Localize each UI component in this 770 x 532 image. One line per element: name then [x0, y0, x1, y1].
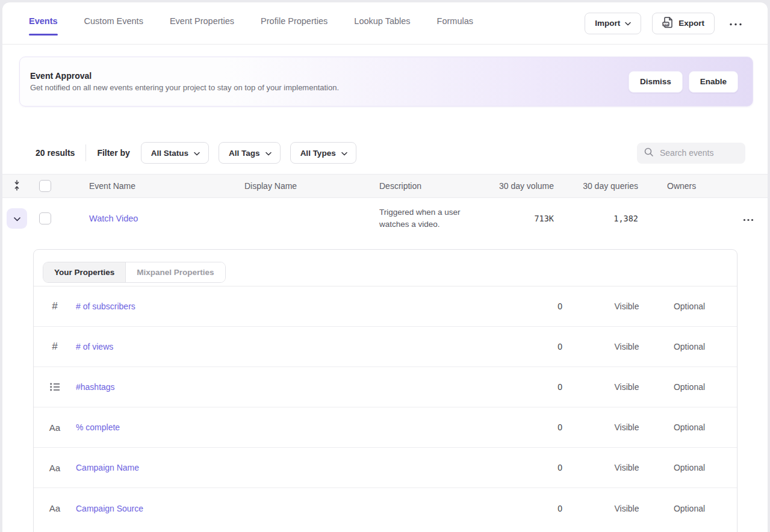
tab-lookup-tables[interactable]: Lookup Tables: [354, 2, 410, 44]
tab-event-properties[interactable]: Event Properties: [170, 2, 234, 44]
col-queries: 30 day queries: [554, 181, 638, 191]
col-owners: Owners: [638, 181, 728, 191]
property-row: #hashtags 0 Visible Optional: [34, 367, 737, 407]
nav-tab-list: Events Custom Events Event Properties Pr…: [29, 2, 473, 44]
search-icon: [644, 147, 654, 159]
chevron-down-icon: [194, 149, 200, 158]
tags-filter-value: All Tags: [229, 149, 260, 158]
property-visibility: Visible: [591, 302, 663, 311]
banner-title: Event Approval: [30, 71, 339, 81]
property-name-link[interactable]: #hashtags: [76, 382, 115, 392]
status-filter-value: All Status: [151, 149, 188, 158]
list-type-icon: [34, 383, 76, 391]
nav-actions: Import csv Export: [585, 13, 746, 34]
more-options-button[interactable]: [725, 15, 746, 31]
event-volume: 713K: [494, 214, 554, 223]
ellipsis-icon: [729, 19, 742, 28]
property-name-link[interactable]: # of views: [76, 342, 113, 351]
status-filter-dropdown[interactable]: All Status: [141, 142, 209, 164]
tab-events[interactable]: Events: [29, 2, 58, 44]
collapse-row-button[interactable]: [7, 208, 27, 229]
banner-actions: Dismiss Enable: [629, 71, 738, 93]
property-count: 0: [490, 302, 562, 311]
col-description: Description: [349, 181, 494, 191]
text-type-icon: Aa: [34, 422, 76, 433]
property-requirement: Optional: [663, 504, 716, 513]
top-navbar: Events Custom Events Event Properties Pr…: [2, 2, 768, 45]
number-type-icon: #: [34, 341, 76, 353]
col-event-name: Event Name: [59, 181, 214, 191]
property-count: 0: [490, 342, 562, 351]
property-visibility: Visible: [591, 504, 663, 513]
property-requirement: Optional: [663, 302, 716, 311]
event-approval-banner: Event Approval Get notified on all new e…: [19, 57, 753, 107]
import-button[interactable]: Import: [585, 13, 641, 34]
divider: [85, 144, 86, 161]
search-box[interactable]: [637, 143, 745, 164]
properties-tabs-bar: Your Properties Mixpanel Properties: [34, 250, 737, 286]
text-type-icon: Aa: [34, 503, 76, 513]
svg-text:csv: csv: [663, 23, 669, 26]
property-row: # # of subscribers 0 Visible Optional: [34, 286, 737, 327]
collapse-vertical-icon: [13, 180, 20, 193]
csv-file-icon: csv: [662, 16, 674, 30]
property-count: 0: [490, 463, 562, 472]
property-visibility: Visible: [591, 422, 663, 432]
row-checkbox[interactable]: [39, 212, 51, 224]
property-row: Aa % complete 0 Visible Optional: [34, 407, 737, 448]
chevron-down-icon: [625, 19, 631, 28]
property-row: # # of views 0 Visible Optional: [34, 327, 737, 367]
chevron-down-icon: [341, 149, 347, 158]
tab-mixpanel-properties[interactable]: Mixpanel Properties: [126, 262, 225, 282]
property-count: 0: [490, 422, 562, 432]
ellipsis-icon: [743, 214, 754, 223]
filter-by-label: Filter by: [97, 148, 129, 158]
property-count: 0: [490, 382, 562, 392]
tab-formulas[interactable]: Formulas: [437, 2, 473, 44]
property-name-link[interactable]: % complete: [76, 422, 120, 432]
property-row: Aa Campaign Source 0 Visible Optional: [34, 488, 737, 528]
event-description: Triggered when a user watches a video.: [379, 206, 483, 230]
enable-button[interactable]: Enable: [689, 71, 738, 93]
property-row: Aa Campaign Name 0 Visible Optional: [34, 448, 737, 488]
property-visibility: Visible: [591, 342, 663, 351]
import-button-label: Import: [595, 19, 620, 28]
chevron-down-icon: [265, 149, 272, 158]
collapse-all-button[interactable]: [2, 180, 31, 193]
tab-custom-events[interactable]: Custom Events: [84, 2, 143, 44]
col-display-name: Display Name: [214, 181, 349, 191]
property-count: 0: [490, 504, 562, 513]
types-filter-dropdown[interactable]: All Types: [290, 142, 356, 164]
banner-text: Event Approval Get notified on all new e…: [30, 71, 339, 92]
property-requirement: Optional: [663, 422, 716, 432]
number-type-icon: #: [34, 300, 76, 312]
property-visibility: Visible: [591, 382, 663, 392]
search-input[interactable]: [660, 148, 732, 158]
text-type-icon: Aa: [34, 463, 76, 473]
export-button-label: Export: [678, 19, 704, 28]
col-volume: 30 day volume: [494, 181, 554, 191]
lexicon-events-page: Events Custom Events Event Properties Pr…: [2, 2, 768, 532]
property-name-link[interactable]: # of subscribers: [76, 302, 135, 311]
row-more-options-button[interactable]: [739, 211, 757, 227]
property-requirement: Optional: [663, 463, 716, 472]
event-name-link[interactable]: Watch Video: [89, 214, 138, 223]
properties-tab-group: Your Properties Mixpanel Properties: [43, 262, 226, 283]
property-name-link[interactable]: Campaign Source: [76, 504, 143, 513]
event-queries: 1,382: [554, 214, 638, 223]
property-visibility: Visible: [591, 463, 663, 472]
events-table-header: Event Name Display Name Description 30 d…: [2, 174, 768, 198]
filter-row: 20 results Filter by All Status All Tags…: [36, 142, 756, 164]
dismiss-button[interactable]: Dismiss: [629, 71, 683, 93]
export-button[interactable]: csv Export: [652, 13, 715, 34]
banner-description: Get notified on all new events entering …: [30, 83, 339, 92]
tags-filter-dropdown[interactable]: All Tags: [219, 142, 281, 164]
chevron-down-icon: [14, 214, 20, 223]
property-name-link[interactable]: Campaign Name: [76, 463, 139, 472]
tab-profile-properties[interactable]: Profile Properties: [261, 2, 328, 44]
property-requirement: Optional: [663, 382, 716, 392]
event-row-watch-video: Watch Video Triggered when a user watche…: [2, 198, 768, 239]
tab-your-properties[interactable]: Your Properties: [43, 262, 126, 282]
results-count: 20 results: [36, 148, 75, 158]
select-all-checkbox[interactable]: [39, 180, 51, 192]
